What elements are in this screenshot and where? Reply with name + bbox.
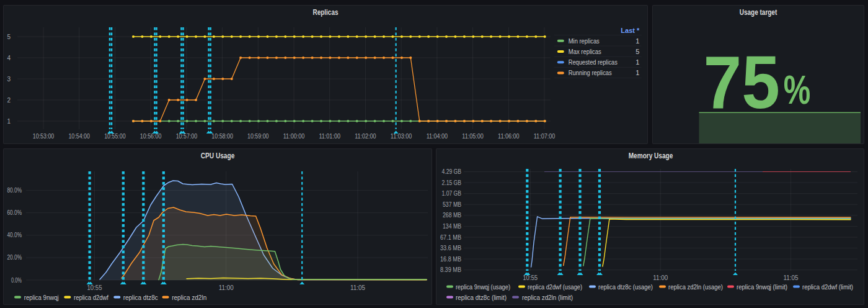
- svg-text:10:57:00: 10:57:00: [176, 132, 198, 140]
- svg-text:5: 5: [7, 34, 11, 40]
- svg-text:replica 9nwqj: replica 9nwqj: [24, 294, 59, 301]
- svg-text:replica d2dwf (limit): replica d2dwf (limit): [802, 283, 853, 291]
- svg-text:11:05: 11:05: [350, 284, 365, 291]
- svg-text:Min replicas: Min replicas: [569, 37, 600, 45]
- svg-text:CPU Usage: CPU Usage: [201, 152, 235, 160]
- svg-text:11:00:00: 11:00:00: [283, 132, 305, 140]
- svg-text:67.1 MB: 67.1 MB: [440, 233, 461, 241]
- svg-text:10:58:00: 10:58:00: [211, 132, 233, 140]
- svg-text:%: %: [784, 67, 811, 112]
- svg-text:4.29 GB: 4.29 GB: [442, 168, 462, 175]
- svg-text:replica 9nwqj (usage): replica 9nwqj (usage): [456, 283, 510, 291]
- svg-text:0.0%: 0.0%: [11, 276, 22, 284]
- svg-text:replica 9nwqj (limit): replica 9nwqj (limit): [737, 283, 787, 291]
- svg-text:1.07 GB: 1.07 GB: [442, 189, 462, 197]
- svg-text:10:55: 10:55: [87, 284, 102, 291]
- svg-text:replica d2dwf (usage): replica d2dwf (usage): [528, 283, 582, 291]
- svg-text:Memory Usage: Memory Usage: [629, 152, 673, 160]
- svg-text:Replicas: Replicas: [313, 8, 339, 17]
- svg-text:2.15 GB: 2.15 GB: [442, 179, 462, 186]
- svg-text:1: 1: [636, 69, 639, 76]
- svg-text:10:53:00: 10:53:00: [33, 132, 55, 140]
- svg-text:Usage target: Usage target: [740, 8, 777, 17]
- svg-text:11:01:00: 11:01:00: [319, 132, 340, 140]
- svg-text:5: 5: [636, 48, 639, 55]
- svg-text:3: 3: [7, 76, 11, 83]
- svg-text:11:04:00: 11:04:00: [427, 132, 448, 140]
- svg-text:replica dtz8c (usage): replica dtz8c (usage): [598, 283, 653, 291]
- svg-text:11:07:00: 11:07:00: [534, 132, 556, 140]
- svg-text:4: 4: [7, 55, 11, 61]
- svg-text:replica d2dwf: replica d2dwf: [74, 294, 109, 301]
- svg-text:10:59:00: 10:59:00: [247, 132, 269, 140]
- svg-text:1: 1: [7, 118, 11, 125]
- svg-text:Running replicas: Running replicas: [569, 69, 612, 76]
- svg-text:20.0%: 20.0%: [7, 253, 22, 261]
- svg-text:11:02:00: 11:02:00: [355, 132, 376, 140]
- svg-text:replica zd2ln (usage): replica zd2ln (usage): [668, 283, 723, 291]
- svg-text:10:55:00: 10:55:00: [104, 132, 126, 140]
- svg-text:Max replicas: Max replicas: [569, 48, 601, 55]
- svg-text:11:00: 11:00: [219, 284, 234, 291]
- svg-text:replica dtz8c: replica dtz8c: [123, 294, 158, 301]
- svg-text:11:06:00: 11:06:00: [498, 132, 520, 140]
- svg-text:80.0%: 80.0%: [7, 186, 22, 194]
- svg-text:40.0%: 40.0%: [7, 231, 22, 238]
- svg-text:replica zd2ln: replica zd2ln: [172, 294, 206, 301]
- svg-text:replica dtz8c (limit): replica dtz8c (limit): [456, 294, 507, 301]
- svg-text:60.0%: 60.0%: [7, 209, 22, 216]
- svg-text:16.8 MB: 16.8 MB: [440, 255, 461, 263]
- svg-text:replica zd2ln (limit): replica zd2ln (limit): [522, 294, 573, 301]
- svg-text:1: 1: [636, 37, 639, 45]
- svg-text:1: 1: [636, 58, 639, 66]
- svg-text:75: 75: [704, 40, 781, 124]
- svg-text:33.6 MB: 33.6 MB: [440, 244, 461, 251]
- svg-text:10:54:00: 10:54:00: [68, 132, 90, 140]
- svg-text:11:05: 11:05: [783, 274, 798, 281]
- svg-text:268 MB: 268 MB: [443, 211, 461, 219]
- svg-text:11:00: 11:00: [653, 274, 668, 281]
- svg-text:Requested replicas: Requested replicas: [569, 58, 618, 66]
- svg-text:134 MB: 134 MB: [443, 222, 461, 230]
- svg-text:8.39 MB: 8.39 MB: [440, 266, 461, 273]
- svg-text:Last *: Last *: [621, 27, 640, 34]
- svg-text:537 MB: 537 MB: [443, 201, 461, 208]
- svg-text:11:05:00: 11:05:00: [462, 132, 484, 140]
- svg-text:2: 2: [7, 97, 11, 104]
